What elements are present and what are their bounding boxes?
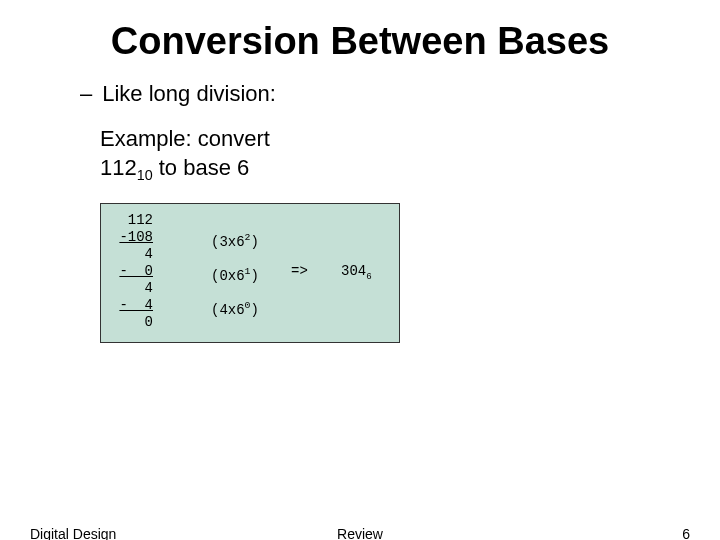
calc-line: - 0 <box>113 263 153 280</box>
calc-result: 3046 <box>341 263 372 282</box>
arrow-icon: => <box>291 263 308 279</box>
calc-annot: (4x60) <box>211 297 259 314</box>
calc-line: 0 <box>113 314 153 331</box>
calc-line: - 4 <box>113 297 153 314</box>
calc-annot: (0x61) <box>211 263 259 280</box>
calculation-box: 112 -108 4 - 0 4 - 4 0 (3x62) (0x61) (4x… <box>100 203 400 343</box>
bullet-line: – Like long division: <box>80 81 720 107</box>
slide-title: Conversion Between Bases <box>0 0 720 63</box>
calc-number-column: 112 -108 4 - 0 4 - 4 0 <box>113 212 153 331</box>
example-number-base: 10 <box>137 167 153 183</box>
footer-page-number: 6 <box>682 526 690 540</box>
calc-line: 4 <box>113 246 153 263</box>
bullet-dash: – <box>80 81 92 107</box>
calc-annot: (3x62) <box>211 229 259 246</box>
calc-line: 4 <box>113 280 153 297</box>
bullet-text: Like long division: <box>102 81 276 107</box>
example-suffix: to base 6 <box>153 155 250 180</box>
result-base: 6 <box>366 270 371 281</box>
calc-annotation-column: (3x62) (0x61) (4x60) <box>211 212 259 331</box>
calc-line: 112 <box>113 212 153 229</box>
footer-center: Review <box>0 526 720 540</box>
example-number: 112 <box>100 155 137 180</box>
result-digits: 304 <box>341 263 366 279</box>
example-text: Example: convert 11210 to base 6 <box>100 125 720 185</box>
calc-line: -108 <box>113 229 153 246</box>
example-prefix: Example: convert <box>100 126 270 151</box>
